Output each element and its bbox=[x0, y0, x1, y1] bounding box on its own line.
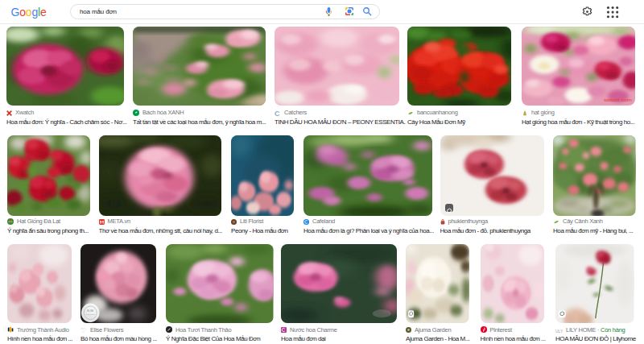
svg-text:FLOWERS: FLOWERS bbox=[86, 313, 96, 315]
svg-text:tottuoi.com: tottuoi.com bbox=[604, 98, 631, 102]
svg-text:ELISE: ELISE bbox=[87, 309, 93, 313]
